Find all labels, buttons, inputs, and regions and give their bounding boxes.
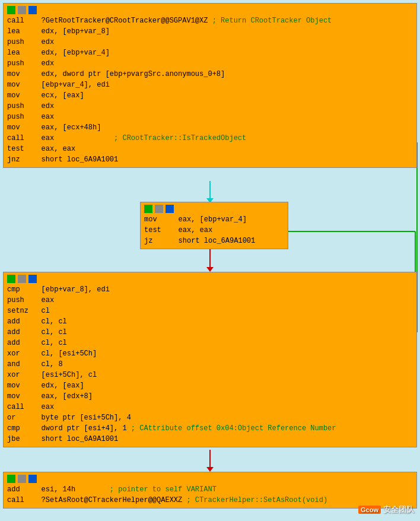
title-bar-3 — [7, 275, 413, 283]
code-block-2: mov eax, [ebp+var_4] test eax, eax jz sh… — [140, 202, 288, 249]
code-line: call ?SetAsRoot@CTrackerHelper@@QAEXXZ ;… — [7, 495, 413, 506]
icon-green-1 — [7, 6, 15, 14]
code-line: mov eax, [ecx+48h] — [7, 122, 413, 133]
code-line: or byte ptr [esi+5Ch], 4 — [7, 412, 413, 423]
code-line: call eax ; CRootTracker::IsTrackedObject — [7, 133, 413, 144]
icon-green-3 — [7, 275, 15, 283]
icon-green-4 — [7, 475, 15, 483]
code-line: setnz cl — [7, 306, 413, 316]
code-block-4: add esi, 14h ; pointer to self VARIANT c… — [3, 472, 417, 509]
code-block-3: cmp [ebp+var_8], edi push eax setnz cl a… — [3, 272, 417, 447]
code-line: xor [esi+5Ch], cl — [7, 370, 413, 380]
title-bar-2 — [144, 205, 284, 213]
code-line: push edx — [7, 101, 413, 112]
code-line: add cl, cl — [7, 316, 413, 327]
icon-gray-2 — [155, 205, 163, 213]
code-line: and cl, 8 — [7, 359, 413, 370]
icon-blue-2 — [166, 205, 174, 213]
code-line: xor cl, [esi+5Ch] — [7, 348, 413, 359]
watermark-logo: Gcow 安全团队 — [358, 504, 414, 515]
code-line: add cl, cl — [7, 327, 413, 338]
code-line: add esi, 14h ; pointer to self VARIANT — [7, 484, 413, 495]
code-line: add cl, cl — [7, 338, 413, 348]
title-bar-4 — [7, 475, 413, 483]
code-line: mov eax, [edx+8] — [7, 391, 413, 402]
watermark: Gcow 安全团队 — [358, 504, 414, 515]
code-line: jnz short loc_6A9A1001 — [7, 154, 413, 165]
code-line: mov [ebp+var_4], edi — [7, 80, 413, 90]
icon-gray-4 — [18, 475, 26, 483]
code-line: push eax — [7, 295, 413, 306]
icon-blue-4 — [28, 475, 37, 483]
svg-marker-5 — [206, 467, 214, 472]
code-line: mov ecx, [eax] — [7, 90, 413, 101]
code-block-1: call ?GetRootTracker@CRootTracker@@SGPAV… — [3, 3, 417, 168]
title-bar-1 — [7, 6, 413, 14]
code-line: cmp dword ptr [esi+4], 1 ; CAttribute of… — [7, 423, 413, 434]
code-line: lea edx, [ebp+var_8] — [7, 26, 413, 37]
icon-gray-1 — [18, 6, 26, 14]
code-line: lea edx, [ebp+var_4] — [7, 47, 413, 58]
code-line: call ?GetRootTracker@CRootTracker@@SGPAV… — [7, 15, 413, 26]
icon-blue-1 — [28, 6, 37, 14]
code-line: push edx — [7, 58, 413, 69]
watermark-icon: Gcow — [358, 506, 381, 514]
icon-blue-3 — [28, 275, 37, 283]
icon-green-2 — [144, 205, 152, 213]
icon-gray-3 — [18, 275, 26, 283]
code-line: test eax, eax — [144, 225, 284, 236]
code-line: mov edx, dword ptr [ebp+pvargSrc.anonymo… — [7, 69, 413, 80]
code-line: mov edx, [eax] — [7, 380, 413, 391]
code-line: push edx — [7, 37, 413, 47]
code-line: jz short loc_6A9A1001 — [144, 236, 284, 246]
code-line: test eax, eax — [7, 144, 413, 154]
code-line: push eax — [7, 112, 413, 122]
code-line: mov eax, [ebp+var_4] — [144, 214, 284, 225]
watermark-text: 安全团队 — [383, 504, 414, 515]
code-line: cmp [ebp+var_8], edi — [7, 284, 413, 295]
code-line: call eax — [7, 402, 413, 412]
svg-marker-3 — [206, 267, 214, 272]
code-line: jbe short loc_6A9A1001 — [7, 434, 413, 444]
